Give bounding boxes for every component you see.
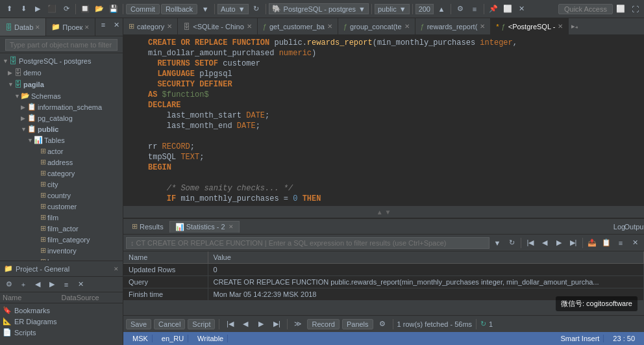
toolbar-btn-5[interactable]: ⟳ <box>60 3 73 16</box>
tree-item-pg-catalog[interactable]: ▶ 📋 pg_catalog <box>0 112 123 123</box>
tree-item-actor[interactable]: ⊞ actor <box>0 146 123 157</box>
status-insert-mode: Smart Insert <box>556 335 604 342</box>
proj-nav-prev[interactable]: ◀ <box>31 278 44 291</box>
nav-next2[interactable]: ▶ <box>254 318 267 331</box>
tree-item-inventory[interactable]: ⊞ inventory <box>0 245 123 256</box>
close-btn[interactable]: ✕ <box>515 3 528 16</box>
tree-item-public[interactable]: ▼ 📋 public <box>0 123 123 134</box>
open-btn[interactable]: 📂 <box>93 3 106 16</box>
close-results-btn[interactable]: ✕ <box>628 236 641 249</box>
toolbar-sep-7 <box>451 4 451 14</box>
row-icon: ↻ <box>480 320 486 328</box>
tree-item-city[interactable]: ⊞ city <box>0 179 123 190</box>
panels-settings[interactable]: ⚙ <box>376 318 389 331</box>
expand-btn[interactable]: ⬜ <box>501 3 514 16</box>
limit-selector[interactable]: 200 <box>415 4 434 14</box>
tree-item-language[interactable]: ⊞ language <box>0 256 123 261</box>
tree-item-film[interactable]: ⊞ film <box>0 212 123 223</box>
tab-rewards-report[interactable]: ƒ rewards_report( ✕ <box>415 18 491 34</box>
restore-btn[interactable]: ⬜ <box>614 3 627 16</box>
left-panel-menu[interactable]: ≡ <box>97 18 110 31</box>
watermark: 微信号: cogitosoftware <box>556 296 638 311</box>
tree-item-info-schema[interactable]: ▶ 📋 information_schema <box>0 101 123 112</box>
tab-category[interactable]: ⊞ category ✕ <box>123 18 178 34</box>
db-tab[interactable]: 🗄 Datab ✕ <box>0 18 46 36</box>
menu-btn2[interactable]: ≡ <box>614 236 627 249</box>
nav-prev[interactable]: ◀ <box>538 236 551 249</box>
tab-postgresql-active[interactable]: * ƒ <PostgreSQL - ✕ <box>491 18 569 34</box>
new-db-btn[interactable]: 🔲 <box>79 3 92 16</box>
table-row[interactable]: Updated Rows 0 <box>123 264 644 276</box>
db-search-input[interactable] <box>5 39 118 51</box>
tree-item-film-actor[interactable]: ⊞ film_actor <box>0 223 123 234</box>
editor-area[interactable]: CREATE OR REPLACE FUNCTION public.reward… <box>123 35 644 205</box>
left-panel-close[interactable]: ✕ <box>110 18 123 31</box>
tab-statistics[interactable]: 📊 Statistics - 2 ✕ <box>169 221 240 233</box>
toolbar-btn-4[interactable]: ⬛ <box>45 3 58 16</box>
nav-first2[interactable]: |◀ <box>223 318 236 331</box>
auto-dropdown[interactable]: Auto▼ <box>217 4 249 14</box>
results-filter-input[interactable] <box>126 237 489 249</box>
record-btn[interactable]: Record <box>307 319 339 329</box>
rollback-btn[interactable]: Rollback <box>161 4 197 14</box>
tree-item-pg-postgres[interactable]: ▼ 🗄 PostgreSQL - postgres <box>0 55 123 67</box>
toolbar-btn-3[interactable]: ▶ <box>31 3 44 16</box>
db-selector[interactable]: 🐘PostgreSQL - postgres▼ <box>269 3 369 14</box>
save-btn[interactable]: Save <box>126 319 151 329</box>
nav-last[interactable]: ▶| <box>567 236 580 249</box>
toolbar-btn-2[interactable]: ⬇ <box>17 3 30 16</box>
panels-btn[interactable]: Panels <box>342 319 373 329</box>
pin-btn[interactable]: 📌 <box>487 3 500 16</box>
proj-menu-btn[interactable]: ≡ <box>60 278 73 291</box>
nav-last2[interactable]: ▶| <box>270 318 283 331</box>
proj-item-scripts[interactable]: 📄 Scripts <box>0 327 123 338</box>
table-row[interactable]: Query CREATE OR REPLACE FUNCTION public.… <box>123 276 644 288</box>
tree-item-category[interactable]: ⊞ category <box>0 168 123 179</box>
results-toolbar: ▼ ↻ |◀ ◀ ▶ ▶| 📤 📋 ≡ ✕ <box>123 235 644 251</box>
filter-refresh[interactable]: ↻ <box>505 236 518 249</box>
proj-item-bookmarks[interactable]: 🔖 Bookmarks <box>0 305 123 316</box>
more-nav[interactable]: ≫ <box>291 318 304 331</box>
tree-item-film-category[interactable]: ⊞ film_category <box>0 234 123 245</box>
proj-nav-next[interactable]: ▶ <box>45 278 58 291</box>
left-tabs: 🗄 Datab ✕ 📁 Проек ✕ ≡ ✕ <box>0 18 123 36</box>
quick-access[interactable]: Quick Access <box>558 4 613 14</box>
save-top-btn[interactable]: 💾 <box>107 3 120 16</box>
cancel-btn[interactable]: Cancel <box>154 319 185 329</box>
toolbar-btn-1[interactable]: ⬆ <box>3 3 16 16</box>
editor-tabs: ⊞ category ✕ 🗄 <SQLite - Chino ✕ ƒ get_c… <box>123 18 644 35</box>
tree-item-customer[interactable]: ⊞ customer <box>0 201 123 212</box>
tx-dropdown[interactable]: ▼ <box>199 3 212 16</box>
proj-add-btn[interactable]: + <box>17 278 30 291</box>
more-btn[interactable]: ≡ <box>468 3 481 16</box>
schema-selector[interactable]: public▼ <box>375 4 410 14</box>
proj-item-er[interactable]: 📐 ER Diagrams <box>0 316 123 327</box>
tree-item-tables[interactable]: ▼ 📊 Tables <box>0 134 123 146</box>
settings-btn[interactable]: ⚙ <box>454 3 467 16</box>
tree-item-schemas[interactable]: ▼ 📂 Schemas <box>0 90 123 101</box>
tree-item-demo[interactable]: ▶ 🗄 demo <box>0 67 123 79</box>
tab-more[interactable]: ▸₄ <box>571 18 578 34</box>
tab-sqlite[interactable]: 🗄 <SQLite - Chino ✕ <box>178 18 258 34</box>
script-btn[interactable]: Script <box>188 319 215 329</box>
tab-group-concat[interactable]: ƒ group_concat(te ✕ <box>338 18 415 34</box>
nav-next[interactable]: ▶ <box>552 236 565 249</box>
filter-dropdown[interactable]: ▼ <box>491 236 504 249</box>
nav-first[interactable]: |◀ <box>524 236 537 249</box>
refresh-btn[interactable]: ↻ <box>250 3 263 16</box>
fullscreen-btn[interactable]: ⛶ <box>628 3 641 16</box>
tree-item-pagila[interactable]: ▼ 🗄 pagila <box>0 79 123 90</box>
tree-item-country[interactable]: ⊞ country <box>0 190 123 201</box>
proj-tab[interactable]: 📁 Проек ✕ <box>46 18 95 36</box>
commit-btn[interactable]: Commit <box>126 4 160 14</box>
proj-close-btn[interactable]: ✕ <box>74 278 87 291</box>
tab-results[interactable]: ⊞ Results <box>126 220 169 233</box>
output-btn[interactable]: Output <box>628 220 641 233</box>
tab-get-customer[interactable]: ƒ get_customer_ba ✕ <box>258 18 338 34</box>
nav-prev2[interactable]: ◀ <box>239 318 252 331</box>
export-btn[interactable]: 📤 <box>586 236 599 249</box>
copy-btn[interactable]: 📋 <box>600 236 613 249</box>
tree-item-address[interactable]: ⊞ address <box>0 157 123 168</box>
limit-up[interactable]: ▲ <box>435 3 448 16</box>
proj-settings-btn[interactable]: ⚙ <box>3 278 16 291</box>
